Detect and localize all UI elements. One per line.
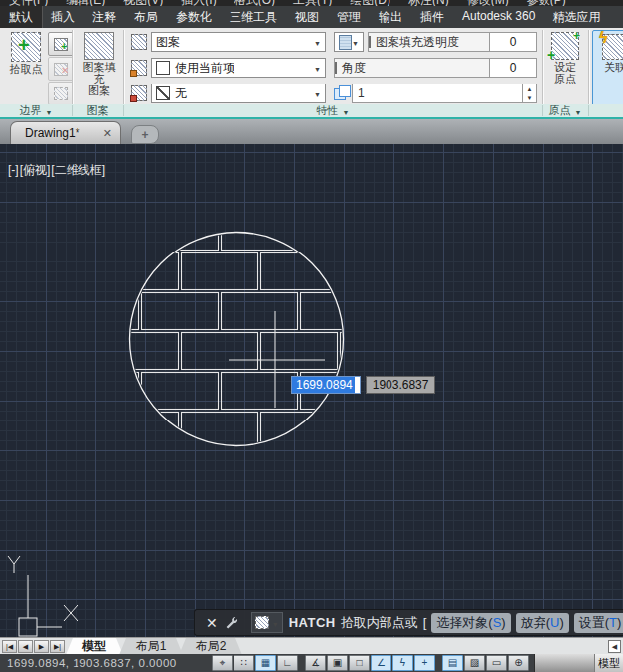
dynamic-input-tooltip: 1699.0894 1903.6837	[291, 376, 435, 394]
close-icon[interactable]: ✕	[103, 127, 112, 140]
set-origin-icon: + +	[551, 32, 579, 60]
snap-mode-toggle[interactable]: ∷	[234, 655, 254, 671]
hatch-transparency-field[interactable]: 图案填充透明度 0	[368, 32, 537, 52]
current-color-swatch	[156, 61, 170, 75]
scale-spinner[interactable]	[522, 84, 536, 102]
snap-mode-icon: ∷	[240, 658, 246, 668]
hatch-color-dropdown[interactable]: 使用当前项	[151, 58, 326, 78]
ribbon-tab-注释[interactable]: 注释	[83, 6, 125, 28]
drawing-tab[interactable]: Drawing1* ✕	[10, 121, 121, 144]
panel-separator	[123, 30, 124, 104]
transparency-icon: ▨	[470, 658, 479, 668]
option-key: T	[609, 615, 617, 630]
ribbon-tab-插件[interactable]: 插件	[411, 6, 453, 28]
ribbon-tab-布局[interactable]: 布局	[125, 6, 167, 28]
status-blank-button[interactable]	[534, 654, 594, 672]
ortho-mode-icon: ∟	[283, 658, 293, 668]
origin-panel-label[interactable]: 原点	[543, 104, 588, 117]
ribbon-tab-默认[interactable]: 默认	[0, 6, 42, 28]
drawing-canvas[interactable]: [-][俯视][二维线框]	[0, 144, 623, 637]
polar-tracking-toggle[interactable]: ∡	[305, 655, 326, 671]
prev-tab-button[interactable]: ◀	[18, 640, 33, 653]
grid-display-icon: ▦	[261, 658, 270, 668]
new-drawing-button[interactable]: +	[131, 125, 159, 144]
dynamic-input-y-field[interactable]: 1903.6837	[366, 376, 436, 394]
last-tab-button[interactable]: ▶|	[50, 640, 65, 653]
dynamic-input-toggle[interactable]: +	[414, 655, 435, 671]
grid-display-toggle[interactable]: ▦	[255, 655, 276, 671]
background-color-dropdown[interactable]: 无	[151, 84, 326, 103]
ribbon-tab-管理[interactable]: 管理	[328, 6, 370, 28]
option-label: 放弃(	[521, 614, 550, 632]
option-label: 设置(	[579, 614, 609, 632]
transparency-swatch-dropdown[interactable]	[334, 32, 364, 52]
first-tab-button[interactable]: |◀	[2, 640, 17, 653]
3d-object-snap-toggle[interactable]: □	[349, 655, 370, 671]
layout-tab-模型[interactable]: 模型	[66, 638, 123, 655]
object-snap-toggle[interactable]: ▣	[327, 655, 348, 671]
hatch-pattern-icon	[84, 32, 114, 60]
cmd-option-undo[interactable]: 放弃(U)	[516, 613, 569, 633]
panel-separator	[72, 30, 73, 104]
quick-properties-toggle[interactable]: ▭	[486, 655, 507, 671]
boundary-panel-label[interactable]: 边界	[0, 104, 72, 117]
hatch-pattern-button[interactable]: 图案填充 图案	[79, 32, 119, 96]
ribbon-tab-精选应用[interactable]: 精选应用	[544, 6, 609, 28]
layout-tab-布局1[interactable]: 布局1	[119, 638, 183, 655]
close-icon[interactable]: ✕	[201, 615, 223, 631]
background-color-icon	[131, 85, 147, 101]
properties-panel-label[interactable]: 特性	[124, 104, 542, 117]
option-label: 选择对象(	[436, 614, 492, 632]
ribbon-tab-参数化[interactable]: 参数化	[167, 6, 221, 28]
associative-button[interactable]: ϟ 关联	[592, 30, 623, 104]
chevron-down-icon	[314, 61, 321, 75]
ribbon-tab-三维工具[interactable]: 三维工具	[221, 6, 286, 28]
dynamic-ucs-icon: ϟ	[400, 658, 405, 668]
active-command-icon[interactable]	[251, 612, 283, 633]
ribbon-tab-视图[interactable]: 视图	[286, 6, 328, 28]
pattern-type-dropdown[interactable]: 图案	[151, 32, 326, 52]
set-origin-button[interactable]: + + 设定 原点	[547, 32, 583, 84]
hatch-scale-icon	[334, 85, 350, 101]
angle-field[interactable]: 角度 0	[334, 58, 537, 78]
layout-tab-bar: |◀◀▶▶| 模型布局1布局2 ◀	[0, 637, 623, 655]
model-space-toggle[interactable]: 模型	[594, 654, 623, 672]
layout-tab-布局2[interactable]: 布局2	[179, 638, 242, 655]
object-snap-tracking-toggle[interactable]: ∠	[371, 655, 391, 671]
panel-separator	[588, 30, 589, 104]
chevron-down-icon	[575, 105, 582, 117]
ortho-mode-toggle[interactable]: ∟	[277, 655, 298, 671]
dynamic-ucs-toggle[interactable]: ϟ	[392, 655, 413, 671]
chevron-down-icon	[314, 35, 321, 49]
chevron-down-icon	[272, 615, 279, 630]
remove-boundary-objects-button[interactable]: ✕	[48, 57, 74, 81]
ribbon-panel-labels: 边界 图案 特性 原点	[0, 104, 623, 119]
ribbon-tab-输出[interactable]: 输出	[370, 6, 411, 28]
ribbon-tab-Autodesk 360[interactable]: Autodesk 360	[453, 6, 544, 28]
chevron-down-icon	[352, 35, 359, 49]
scrollbar-left-arrow[interactable]: ◀	[608, 640, 621, 653]
infer-constraints-toggle[interactable]: ⌖	[212, 655, 233, 671]
pattern-type-icon	[131, 34, 147, 50]
select-objects-icon: +	[54, 38, 68, 51]
selection-cycling-toggle[interactable]: ⊕	[508, 655, 529, 671]
quick-properties-icon: ▭	[492, 658, 501, 668]
command-line[interactable]: ✕ HATCH 拾取内部点或 [ 选择对象(S)放弃(U)设置(T) ]:	[194, 609, 623, 636]
option-label: )	[559, 615, 563, 630]
transparency-toggle[interactable]: ▨	[464, 655, 485, 671]
pick-points-button[interactable]: + 拾取点	[5, 32, 47, 75]
recreate-boundary-button[interactable]	[48, 82, 74, 104]
hatch-color-icon	[131, 60, 147, 76]
hatch-scale-input[interactable]: 1	[352, 84, 537, 103]
wrench-icon[interactable]	[223, 616, 243, 630]
cmd-option-settings[interactable]: 设置(T)	[574, 613, 623, 633]
next-tab-button[interactable]: ▶	[34, 640, 49, 653]
file-tab-bar: Drawing1* ✕ +	[0, 119, 623, 144]
option-label: )	[501, 615, 505, 630]
select-boundary-objects-button[interactable]: +	[48, 32, 74, 56]
lineweight-toggle[interactable]: ▤	[442, 655, 463, 671]
brick-hatch-fill[interactable]	[131, 234, 342, 444]
cmd-option-select-objects[interactable]: 选择对象(S)	[431, 613, 510, 633]
ribbon-tab-插入[interactable]: 插入	[42, 6, 83, 28]
dynamic-input-x-field[interactable]: 1699.0894	[291, 376, 361, 394]
